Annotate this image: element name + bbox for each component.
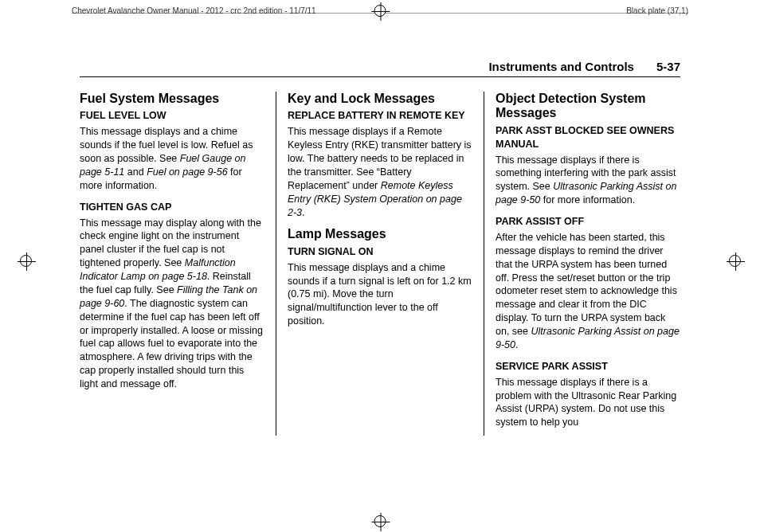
registration-mark-left: [14, 255, 37, 277]
subhead-park-assist-off: PARK ASSIST OFF: [496, 215, 680, 229]
para: This message may display along with the …: [80, 217, 264, 391]
para: This message displays if a Remote Keyles…: [288, 125, 472, 219]
doc-title: Chevrolet Avalanche Owner Manual - 2012 …: [72, 6, 316, 15]
subhead-turn-signal-on: TURN SIGNAL ON: [288, 245, 472, 259]
registration-mark-bottom: [374, 515, 386, 527]
para: This message displays if there is a prob…: [496, 376, 680, 430]
subhead-service-park-assist: SERVICE PARK ASSIST: [496, 360, 680, 374]
page-content: Instruments and Controls 5-37 Fuel Syste…: [80, 60, 680, 436]
para: This message displays and a chime sounds…: [288, 261, 472, 328]
section-title: Instruments and Controls: [488, 60, 634, 73]
subhead-fuel-level-low: FUEL LEVEL LOW: [80, 109, 264, 123]
para: This message displays and a chime sounds…: [80, 125, 264, 192]
column-2: Key and Lock Messages REPLACE BATTERY IN…: [276, 92, 484, 436]
subhead-tighten-gas-cap: TIGHTEN GAS CAP: [80, 201, 264, 214]
running-head: Instruments and Controls 5-37: [80, 60, 680, 77]
print-header: Chevrolet Avalanche Owner Manual - 2012 …: [0, 6, 760, 15]
heading-object-detection: Object Detection System Messages: [496, 92, 680, 121]
registration-mark-right: [723, 255, 746, 277]
subhead-park-asst-blocked: PARK ASST BLOCKED SEE OWNERS MANUAL: [496, 124, 680, 151]
heading-fuel-system: Fuel System Messages: [80, 92, 264, 106]
plate-info: Black plate (37,1): [626, 6, 688, 15]
registration-mark-top: [374, 5, 386, 17]
page-number: 5-37: [656, 60, 680, 73]
heading-key-lock: Key and Lock Messages: [288, 92, 472, 106]
xref: Fuel on page 9-56: [147, 166, 227, 178]
subhead-replace-battery: REPLACE BATTERY IN REMOTE KEY: [288, 109, 472, 123]
para: This message displays if there is someth…: [496, 154, 680, 208]
column-3: Object Detection System Messages PARK AS…: [484, 92, 680, 436]
column-container: Fuel System Messages FUEL LEVEL LOW This…: [80, 92, 680, 436]
column-1: Fuel System Messages FUEL LEVEL LOW This…: [80, 92, 276, 436]
heading-lamp-messages: Lamp Messages: [288, 227, 472, 241]
para: After the vehicle has been started, this…: [496, 231, 680, 352]
